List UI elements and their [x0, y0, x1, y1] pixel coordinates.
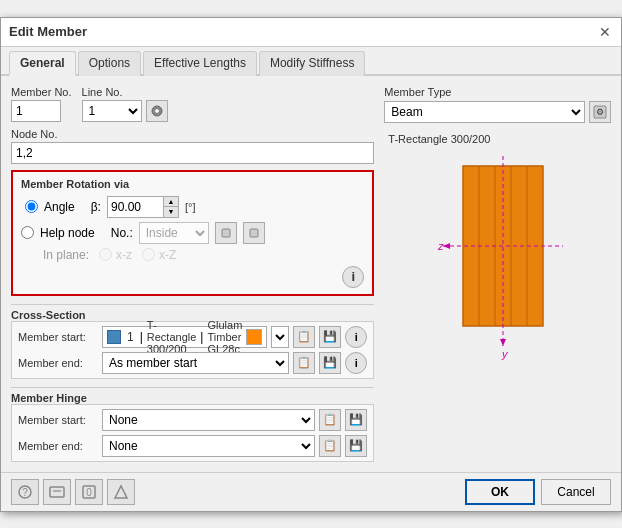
cs-num: 1	[125, 330, 136, 344]
main-content: Member No. Line No. 1	[1, 76, 621, 472]
svg-rect-20	[50, 487, 64, 497]
member-type-select[interactable]: Beam	[384, 101, 585, 123]
cs-separator: |	[140, 330, 143, 344]
svg-text:0: 0	[86, 487, 92, 498]
help-node-btn1[interactable]	[215, 222, 237, 244]
diagram-title: T-Rectangle 300/200	[388, 133, 490, 145]
footer-btn4[interactable]	[107, 479, 135, 505]
cs-end-btn2[interactable]: 💾	[319, 352, 341, 374]
window-title: Edit Member	[9, 24, 87, 39]
angle-value-input[interactable]	[108, 197, 163, 217]
line-no-group: Line No. 1	[82, 86, 168, 122]
svg-text:y: y	[501, 348, 509, 360]
cs-start-btn1[interactable]: 📋	[293, 326, 315, 348]
hinge-start-btn2[interactable]: 💾	[345, 409, 367, 431]
cs-start-row: Member start: 1 | T-Rectangle 300/200 | …	[18, 326, 367, 348]
member-type-icon-btn[interactable]: ⚙	[589, 101, 611, 123]
cs-start-dropdown[interactable]	[271, 326, 289, 348]
help-node-label: Help node	[40, 226, 95, 240]
hinge-start-row: Member start: None 📋 💾	[18, 409, 367, 431]
diagram-area: T-Rectangle 300/200	[384, 129, 611, 365]
footer-buttons: ? 0 OK Cancel	[1, 472, 621, 511]
svg-text:?: ?	[22, 487, 28, 498]
svg-marker-13	[500, 339, 506, 346]
hinge-start-label: Member start:	[18, 414, 98, 426]
node-no-input[interactable]	[11, 142, 374, 164]
footer-btn1[interactable]: ?	[11, 479, 39, 505]
line-no-label: Line No.	[82, 86, 168, 98]
spin-down-btn[interactable]: ▼	[164, 207, 178, 217]
hinge-end-btn1[interactable]: 📋	[319, 435, 341, 457]
cs-end-select[interactable]: As member start	[102, 352, 289, 374]
edit-member-dialog: Edit Member ✕ General Options Effective …	[0, 17, 622, 512]
xz2-radio	[142, 248, 155, 261]
cs-start-label: Member start:	[18, 331, 98, 343]
inplane-row: In plane: x-z x-Z	[43, 248, 364, 262]
cs-material: Glulam Timber GL28c	[207, 319, 242, 355]
title-bar: Edit Member ✕	[1, 18, 621, 47]
cs-name: T-Rectangle 300/200	[147, 319, 197, 355]
footer-left-buttons: ? 0	[11, 479, 135, 505]
tab-modify-stiffness[interactable]: Modify Stiffness	[259, 51, 365, 76]
right-panel: Member Type Beam ⚙ T-Rectangle 300/200	[384, 86, 611, 462]
footer-btn2[interactable]	[43, 479, 71, 505]
rotation-title: Member Rotation via	[21, 178, 364, 190]
cross-section-group: Cross-Section Member start: 1 | T-Rectan…	[11, 302, 374, 379]
line-no-select[interactable]: 1	[82, 100, 142, 122]
no-label: No.:	[111, 226, 133, 240]
member-type-row: Beam ⚙	[384, 101, 611, 123]
hinge-end-label: Member end:	[18, 440, 98, 452]
cross-section-diagram: z y	[418, 151, 578, 361]
cross-section-icon	[107, 330, 121, 344]
cs-start-btn2[interactable]: 💾	[319, 326, 341, 348]
hinge-end-select[interactable]: None	[102, 435, 315, 457]
unit-label: [°]	[185, 201, 196, 213]
ok-button[interactable]: OK	[465, 479, 535, 505]
help-node-btn2[interactable]	[243, 222, 265, 244]
cs-color-box	[246, 329, 262, 345]
hinge-start-select[interactable]: None	[102, 409, 315, 431]
tab-general[interactable]: General	[9, 51, 76, 76]
angle-radio[interactable]	[25, 200, 38, 213]
help-row: Help node No.: Inside	[21, 222, 364, 244]
svg-text:⚙: ⚙	[596, 107, 604, 117]
cs-start-content: 1 | T-Rectangle 300/200 | Glulam Timber …	[102, 326, 267, 348]
member-type-label: Member Type	[384, 86, 611, 98]
info-row: i	[21, 266, 364, 288]
member-no-input[interactable]	[11, 100, 61, 122]
close-button[interactable]: ✕	[597, 24, 613, 40]
xz-radio	[99, 248, 112, 261]
svg-rect-4	[250, 229, 258, 237]
svg-rect-3	[222, 229, 230, 237]
cs-end-row: Member end: As member start 📋 💾 i	[18, 352, 367, 374]
tab-effective-lengths[interactable]: Effective Lengths	[143, 51, 257, 76]
help-node-radio[interactable]	[21, 226, 34, 239]
svg-marker-15	[443, 243, 450, 249]
cs-end-label: Member end:	[18, 357, 98, 369]
member-line-row: Member No. Line No. 1	[11, 86, 374, 122]
info-button[interactable]: i	[342, 266, 364, 288]
node-no-group: Node No.	[11, 128, 374, 164]
member-no-group: Member No.	[11, 86, 72, 122]
member-hinge-group: Member Hinge Member start: None 📋 💾 Memb…	[11, 385, 374, 462]
hinge-end-btn2[interactable]: 💾	[345, 435, 367, 457]
cs-end-info[interactable]: i	[345, 352, 367, 374]
tab-bar: General Options Effective Lengths Modify…	[1, 47, 621, 76]
hinge-start-btn1[interactable]: 📋	[319, 409, 341, 431]
tab-options[interactable]: Options	[78, 51, 141, 76]
hinge-end-row: Member end: None 📋 💾	[18, 435, 367, 457]
line-no-icon-btn[interactable]	[146, 100, 168, 122]
angle-row: Angle β: ▲ ▼ [°]	[25, 196, 364, 218]
footer-btn3[interactable]: 0	[75, 479, 103, 505]
member-type-area: Member Type Beam ⚙	[384, 86, 611, 123]
beta-label: β:	[91, 200, 101, 214]
svg-text:z: z	[437, 240, 444, 252]
cs-start-info[interactable]: i	[345, 326, 367, 348]
hinge-area: Member start: None 📋 💾 Member end: None …	[11, 404, 374, 462]
spin-up-btn[interactable]: ▲	[164, 197, 178, 208]
cs-end-btn1[interactable]: 📋	[293, 352, 315, 374]
xz-label: x-z	[116, 248, 132, 262]
cancel-button[interactable]: Cancel	[541, 479, 611, 505]
angle-input-wrap: ▲ ▼	[107, 196, 179, 218]
no-select[interactable]: Inside	[139, 222, 209, 244]
